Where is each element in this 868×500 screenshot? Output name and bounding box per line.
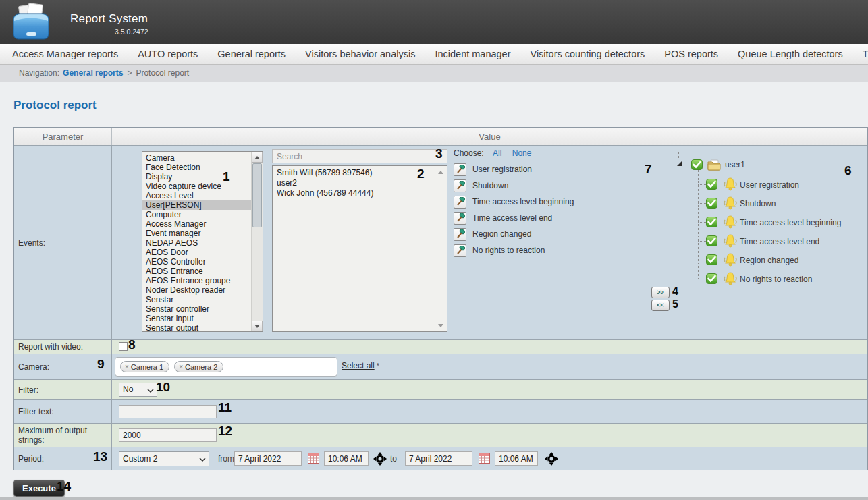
list-item[interactable]: Display [142,172,263,182]
available-event-row: User registration [454,161,574,177]
add-event-button[interactable] [454,228,466,241]
scrollbar-thumb[interactable] [252,163,262,227]
tree-item-label[interactable]: No rights to reaction [740,275,812,284]
tab-pos-reports[interactable]: POS reports [664,44,718,64]
list-item[interactable]: AEOS Entrance groupe [142,276,263,285]
list-item[interactable]: AEOS Controller [142,257,263,267]
list-item[interactable]: Access Manager [142,219,263,229]
top-menu: Access Manager reports AUTO reports Gene… [0,44,868,65]
list-item[interactable]: Wick John (456789 44444) [273,188,447,198]
checkbox-checked-icon[interactable] [706,198,717,209]
tree-item-label[interactable]: User registration [740,180,799,190]
tab-incident-manager[interactable]: Incident manager [435,44,510,64]
add-event-button[interactable] [454,196,466,209]
list-item[interactable]: Senstar [142,295,263,304]
period-select[interactable]: Custom 2 [119,451,209,466]
time-from-input[interactable] [324,451,369,466]
tree-root-label[interactable]: user1 [725,160,745,169]
checkbox-checked-icon[interactable] [706,217,717,227]
report-with-video-checkbox[interactable] [119,342,128,351]
list-item[interactable]: Camera [142,153,263,163]
remove-tag-icon[interactable]: × [179,363,183,370]
list-item[interactable]: Noder Desktop reader [142,285,263,295]
move-right-button[interactable]: >> [651,287,670,298]
camera-tag-label: Camera 2 [185,363,217,371]
tab-visitors-counting-detectors[interactable]: Visitors counting detectors [530,44,645,64]
checkbox-checked-icon[interactable] [706,235,717,246]
tab-queue-length-detectors[interactable]: Queue Length detectors [738,44,843,64]
filter-text-input[interactable] [119,405,217,418]
filter-label: Filter: [14,380,112,399]
move-left-button[interactable]: << [651,300,670,311]
choose-none-link[interactable]: None [512,148,532,158]
scroll-up-icon[interactable] [252,152,263,163]
tab-auto-reports[interactable]: AUTO reports [138,44,198,64]
time-picker-icon[interactable] [545,452,558,466]
add-event-button[interactable] [454,212,466,225]
hammer-icon [456,246,465,255]
checkbox-checked-icon[interactable] [706,179,717,190]
tree-item-label[interactable]: Region changed [740,256,798,265]
calendar-icon[interactable] [479,453,490,464]
camera-tag[interactable]: ×Camera 1 [120,361,169,372]
objects-listbox[interactable]: Smith Will (56789 897546) user2 Wick Joh… [272,165,447,332]
checkbox-checked-icon[interactable] [706,254,717,265]
row-period: Period: Custom 2 from to [14,447,867,470]
add-event-button[interactable] [454,244,466,257]
camera-tag[interactable]: ×Camera 2 [174,361,223,372]
select-all-link[interactable]: Select all [342,361,375,370]
list-item[interactable]: Senstar input [142,314,263,323]
hammer-icon [456,197,465,206]
tab-general-reports[interactable]: General reports [217,44,286,64]
list-item[interactable]: Face Detection [142,163,263,172]
choose-all-link[interactable]: All [493,148,501,158]
scrollbar[interactable] [251,152,263,331]
bell-icon [722,272,738,285]
camera-multiselect[interactable]: ×Camera 1 ×Camera 2 [115,357,337,377]
list-item[interactable]: AEOS Door [142,248,263,257]
date-to-input[interactable] [405,451,472,466]
search-input[interactable] [272,149,447,163]
add-event-button[interactable] [454,179,466,192]
filter-select[interactable]: No [119,383,157,397]
checkbox-checked-icon[interactable] [691,159,703,170]
list-item[interactable]: NEDAP AEOS [142,238,263,248]
time-to-input[interactable] [495,451,538,466]
list-item[interactable]: Computer [142,210,263,219]
tree-item-label[interactable]: Time access level end [740,237,819,246]
tab-visitors-behavior-analysis[interactable]: Visitors behavior analysis [305,44,415,64]
annotation-7: 7 [645,163,652,175]
event-types-listbox[interactable]: Camera Face Detection Display Video capt… [142,151,263,332]
max-strings-input[interactable] [119,428,217,442]
scroll-down-icon[interactable] [252,321,263,331]
collapse-triangle-icon[interactable] [676,161,682,167]
bell-icon [722,215,738,229]
tree-item-label[interactable]: Shutdown [740,199,776,209]
annotation-8: 8 [128,338,136,351]
breadcrumb-link-general-reports[interactable]: General reports [63,68,123,78]
date-from-input[interactable] [234,451,302,466]
list-item[interactable]: Access Level [142,191,263,200]
add-event-button[interactable] [454,163,466,176]
available-event-label: Shutdown [472,181,508,190]
checkbox-checked-icon[interactable] [706,273,717,284]
list-item[interactable]: Senstar controller [142,304,263,314]
time-picker-icon[interactable] [373,452,387,466]
list-item[interactable]: Event manager [142,229,263,238]
folder-icon [707,159,721,171]
list-item-selected[interactable]: User[PERSON] [142,200,263,210]
calendar-icon[interactable] [308,453,319,464]
tab-access-manager-reports[interactable]: Access Manager reports [12,44,118,64]
filter-text-label: Filter text: [14,400,112,423]
list-item[interactable]: AEOS Entrance [142,267,263,276]
list-item[interactable]: Video capture device [142,182,263,191]
annotation-10: 10 [156,381,170,393]
bell-icon [722,177,738,191]
tree-item-label[interactable]: Time access level beginning [740,218,841,227]
list-item[interactable]: Senstar output [142,323,263,332]
tab-time-attendance[interactable]: Time a [863,44,868,64]
scroll-down-icon[interactable] [438,324,443,327]
parameters-table: Parameter Value Events: Camera Face Dete… [13,127,868,470]
remove-tag-icon[interactable]: × [125,363,129,370]
scroll-up-icon[interactable] [438,171,443,174]
